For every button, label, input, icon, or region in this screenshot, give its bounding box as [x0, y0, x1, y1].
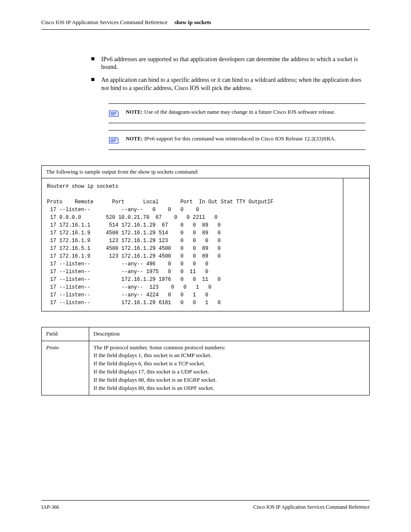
field-description: The IP protocol number. Some common prot…: [89, 341, 370, 395]
desc-item: If the field displays 17, this socket is…: [93, 368, 365, 376]
desc-item: If the field displays 6, this socket is …: [93, 360, 365, 368]
running-head: show ip sockets: [174, 19, 211, 25]
bullet-list: IPv6 addresses are supported so that app…: [91, 56, 365, 92]
note-text: IPv6 support for this command was reintr…: [144, 135, 336, 142]
output-caption: The following is sample output from the …: [42, 166, 369, 178]
field-name: Proto: [42, 341, 89, 395]
bullet-text: IPv6 addresses are supported so that app…: [101, 56, 365, 71]
note-body: NOTE: Use of the datagram-socket name ma…: [126, 108, 365, 118]
note-icon: [109, 109, 119, 118]
list-item: IPv6 addresses are supported so that app…: [91, 56, 365, 71]
table-header-description: Description: [89, 327, 370, 341]
square-bullet-icon: [91, 78, 94, 81]
output-example-box: The following is sample output from the …: [41, 165, 370, 311]
note-icon: [109, 136, 119, 144]
header-rule: [41, 29, 370, 30]
field-description-table: Field Description Proto The IP protocol …: [41, 327, 370, 395]
body: IPv6 addresses are supported so that app…: [91, 56, 365, 150]
running-header: Cisco IOS IP Application Services Comman…: [41, 19, 370, 26]
note-label: NOTE:: [126, 136, 143, 142]
square-bullet-icon: [91, 57, 94, 60]
note-text: Use of the datagram-socket name may chan…: [144, 109, 336, 115]
footer-page-number: IAP-366: [41, 504, 59, 510]
table-header-row: Field Description: [42, 327, 370, 341]
list-item: An application can bind to a specific ad…: [91, 76, 365, 92]
page: Cisco IOS IP Application Services Comman…: [41, 19, 370, 502]
note-label: NOTE:: [126, 109, 143, 115]
note-block: NOTE: IPv6 support for this command was …: [109, 130, 365, 150]
note-block: NOTE: Use of the datagram-socket name ma…: [109, 103, 365, 123]
table-row: Proto The IP protocol number. Some commo…: [42, 341, 370, 395]
footer-doc-title: Cisco IOS IP Application Services Comman…: [253, 504, 370, 510]
doc-title: Cisco IOS IP Application Services Comman…: [41, 19, 168, 25]
table-header-field: Field: [42, 327, 89, 341]
bullet-text: An application can bind to a specific ad…: [101, 76, 365, 92]
page-footer: IAP-366 Cisco IOS IP Application Service…: [41, 500, 370, 510]
desc-item: If the field displays 88, this socket is…: [93, 376, 365, 384]
note-body: NOTE: IPv6 support for this command was …: [126, 135, 365, 144]
output-body: Router# show ip sockets Proto Remote Por…: [42, 178, 343, 311]
desc-item: If the field displays 1, this socket is …: [93, 352, 365, 360]
desc-item: If the field displays 89, this socket is…: [93, 384, 365, 392]
output-box-right-strip: [343, 177, 369, 311]
desc-lead: The IP protocol number. Some common prot…: [93, 344, 365, 352]
